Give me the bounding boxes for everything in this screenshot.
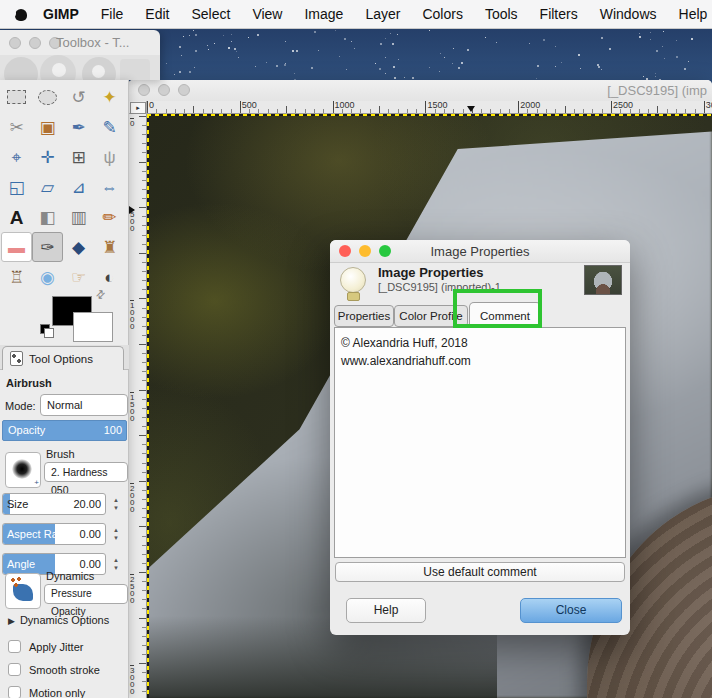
menu-edit[interactable]: Edit <box>145 6 169 22</box>
star <box>296 50 298 52</box>
aspect-ratio-spinner[interactable]: ▲▼ <box>109 523 123 545</box>
star <box>257 34 259 36</box>
toolbox-window-header[interactable]: Toolbox - T... <box>0 30 160 80</box>
layer-boundary-top <box>147 114 712 116</box>
star <box>292 50 294 52</box>
tool-ellipse-select[interactable] <box>32 82 63 112</box>
star <box>255 66 256 67</box>
toolbox-close-button[interactable] <box>9 37 21 49</box>
tool-bucket-fill[interactable]: ◧ <box>32 202 63 232</box>
opacity-value: 100 <box>104 424 122 436</box>
dialog-titlebar[interactable]: Image Properties <box>330 240 630 263</box>
tool-free-select[interactable]: ↺ <box>63 82 94 112</box>
tool-crop[interactable]: ◱ <box>1 172 32 202</box>
tool-perspective[interactable]: ⊿ <box>63 172 94 202</box>
smudge-icon: ☞ <box>71 269 86 286</box>
menu-select[interactable]: Select <box>191 6 230 22</box>
tool-align[interactable]: ⊞ <box>63 142 94 172</box>
aspect-ratio-slider[interactable]: Aspect Ratio 0.00 <box>2 523 106 545</box>
minimize-window-button[interactable] <box>158 84 170 96</box>
menu-file[interactable]: File <box>101 6 124 22</box>
angle-value: 0.00 <box>80 558 101 570</box>
star <box>529 43 530 44</box>
brush-select[interactable]: 2. Hardness 050 <box>44 462 128 482</box>
star <box>691 38 693 40</box>
tool-clone[interactable]: ♜ <box>94 232 125 262</box>
background-color-swatch[interactable] <box>73 312 113 342</box>
dynamics-options-expander[interactable]: ▶Dynamics Options <box>8 614 109 626</box>
checkbox-icon[interactable] <box>8 640 21 653</box>
tool-cage-transform[interactable]: ψ <box>94 142 125 172</box>
checkbox-icon[interactable] <box>8 686 21 698</box>
mode-select[interactable]: Normal <box>40 394 128 416</box>
zoom-window-button[interactable] <box>178 84 190 96</box>
horizontal-ruler[interactable]: 050010001500200025003000 <box>147 101 712 114</box>
checkbox-icon[interactable] <box>8 663 21 676</box>
tool-paths[interactable]: ✒ <box>63 112 94 142</box>
menu-gimp[interactable]: GIMP <box>43 6 79 22</box>
tool-foreground-select[interactable]: ▣ <box>32 112 63 142</box>
checkbox-motion-only[interactable]: Motion only <box>8 686 85 698</box>
brush-preview-button[interactable]: + <box>5 452 41 488</box>
checkbox-smooth-stroke[interactable]: Smooth stroke <box>8 663 100 676</box>
menu-view[interactable]: View <box>252 6 282 22</box>
h-ruler-label: 2500 <box>611 101 633 110</box>
canvas-menu-button[interactable]: ▸ <box>130 102 146 114</box>
close-window-button[interactable] <box>138 84 150 96</box>
menu-tools[interactable]: Tools <box>485 6 518 22</box>
toolbox-minimize-button[interactable] <box>29 37 41 49</box>
tool-perspective-clone[interactable]: ♖ <box>1 262 32 292</box>
tool-eraser[interactable]: ▬ <box>1 232 32 262</box>
opacity-slider[interactable]: Opacity 100 <box>2 420 127 441</box>
star <box>248 37 249 38</box>
tab-properties[interactable]: Properties <box>334 305 394 327</box>
v-ruler-label: 2 0 0 0 <box>130 483 134 513</box>
angle-spinner[interactable]: ▲▼ <box>109 553 123 575</box>
tool-fuzzy-select[interactable]: ✦ <box>94 82 125 112</box>
star <box>650 39 651 40</box>
tool-gradient[interactable]: ▥ <box>63 202 94 232</box>
size-slider[interactable]: Size 20.00 <box>2 493 106 515</box>
tool-blur-sharpen[interactable]: ◉ <box>32 262 63 292</box>
image-window-titlebar[interactable]: [_DSC9195] (imp <box>128 80 712 102</box>
tool-airbrush[interactable]: ✑ <box>32 232 63 262</box>
size-label: Size <box>7 498 28 510</box>
tool-pencil[interactable]: ✏ <box>94 202 125 232</box>
tool-flip[interactable]: ⇔ <box>94 172 125 202</box>
star <box>601 37 603 39</box>
checkbox-apply-jitter[interactable]: Apply Jitter <box>8 640 83 653</box>
menu-help[interactable]: Help <box>679 6 708 22</box>
tool-shear[interactable]: ▱ <box>32 172 63 202</box>
toolbox-titlebar[interactable]: Toolbox - T... <box>0 30 160 56</box>
layer-boundary-left <box>147 114 149 698</box>
tool-ink[interactable]: ◆ <box>63 232 94 262</box>
help-button[interactable]: Help <box>346 598 426 623</box>
use-default-comment-button[interactable]: Use default comment <box>335 562 625 582</box>
image-properties-dialog: Image Properties Image Properties [_DSC9… <box>330 240 630 635</box>
close-button[interactable]: Close <box>520 598 622 623</box>
default-colors-icon[interactable] <box>40 324 52 336</box>
v-ruler-label: 1 5 0 0 <box>130 392 134 422</box>
menu-windows[interactable]: Windows <box>600 6 657 22</box>
h-ruler-label: 2000 <box>518 101 540 110</box>
tool-scissors-select[interactable]: ✂ <box>1 112 32 142</box>
dynamics-preview-button[interactable] <box>5 573 41 609</box>
tool-measure[interactable]: ⌖ <box>1 142 32 172</box>
tool-color-picker[interactable]: ✎ <box>94 112 125 142</box>
dynamics-select[interactable]: Pressure Opacity <box>44 584 128 604</box>
menu-filters[interactable]: Filters <box>540 6 578 22</box>
tool-text[interactable]: A <box>1 202 32 232</box>
menu-colors[interactable]: Colors <box>422 6 462 22</box>
aspect-ratio-label: Aspect Ratio <box>7 528 69 540</box>
vertical-ruler[interactable]: 05 0 01 0 0 01 5 0 02 0 0 02 5 0 03 0 0 … <box>128 114 147 698</box>
menu-image[interactable]: Image <box>304 6 343 22</box>
menu-layer[interactable]: Layer <box>365 6 400 22</box>
tab-tool-options[interactable]: Tool Options <box>2 346 124 370</box>
tool-move[interactable]: ✛ <box>32 142 63 172</box>
brush-label: Brush <box>46 448 75 460</box>
tool-rectangle-select[interactable] <box>1 82 32 112</box>
star <box>379 68 381 70</box>
tool-smudge[interactable]: ☞ <box>63 262 94 292</box>
star <box>174 74 175 75</box>
size-spinner[interactable]: ▲▼ <box>109 493 123 515</box>
